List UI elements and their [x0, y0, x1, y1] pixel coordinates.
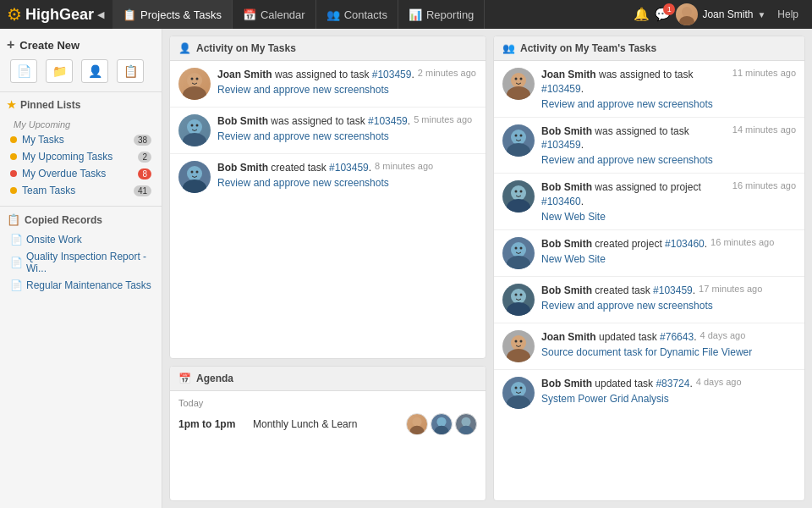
copied-item-maintenance[interactable]: 📄 Regular Maintenance Tasks [7, 277, 155, 294]
nav-projects-tasks[interactable]: 📋 Projects & Tasks [112, 0, 233, 29]
copied-item-onsite[interactable]: 📄 Onsite Work [7, 231, 155, 248]
activity-time: 14 minutes ago [732, 124, 796, 135]
activity-subtext: New Web Site [541, 211, 796, 223]
activity-row: Joan Smith updated task #76643. 4 days a… [541, 330, 752, 345]
pinned-item-label: My Tasks [22, 134, 134, 146]
svg-point-8 [191, 124, 194, 127]
event-attendee-avatar [455, 413, 477, 435]
create-new-icons: 📄 📁 👤 📋 [7, 59, 155, 83]
svg-point-47 [520, 386, 523, 389]
nav-calendar-label: Calendar [261, 8, 305, 21]
sidebar-item-overdue-tasks[interactable]: My Overdue Tasks 8 [7, 165, 155, 182]
activity-task-link[interactable]: #103460 [541, 196, 581, 207]
logo-icon: ⚙ [7, 4, 22, 25]
svg-point-24 [511, 130, 526, 145]
svg-point-25 [507, 143, 530, 157]
activity-task-link[interactable]: #76643 [660, 331, 694, 343]
sidebar-item-team-tasks[interactable]: Team Tasks 41 [7, 182, 155, 199]
activity-task-link[interactable]: #103460 [665, 238, 705, 250]
activity-text: Bob Smith was assigned to task #103459. [217, 114, 410, 129]
activity-item: Bob Smith was assigned to task #103459. … [170, 108, 486, 154]
activity-row: Bob Smith updated task #83724. 4 days ag… [541, 377, 742, 391]
activity-meta: Bob Smith created task #103459. 17 minut… [541, 284, 762, 312]
create-folder-button[interactable]: 📁 [46, 59, 73, 83]
create-copy-button[interactable]: 📋 [117, 59, 144, 83]
activity-meta: Joan Smith was assigned to task #103459.… [217, 68, 476, 96]
reporting-icon: 📊 [409, 8, 422, 21]
activity-row: Joan Smith was assigned to task #103459.… [541, 68, 796, 97]
pinned-lists-label: Pinned Lists [20, 99, 80, 111]
activity-task-link[interactable]: #103459 [372, 69, 412, 80]
activity-time: 17 minutes ago [699, 284, 762, 294]
avatar [502, 180, 535, 213]
logo-area[interactable]: ⚙ HighGear ◀ [7, 4, 104, 25]
nav-reporting[interactable]: 📊 Reporting [398, 0, 485, 29]
svg-point-45 [507, 395, 530, 409]
person-icon: 👤 [178, 42, 191, 54]
create-document-button[interactable]: 📄 [10, 59, 37, 83]
contacts-icon: 👥 [326, 8, 340, 21]
chat-badge: 1 [663, 3, 675, 15]
activity-item: Bob Smith created task #103459. 8 minute… [170, 154, 486, 200]
sidebar-item-my-tasks[interactable]: My Tasks 38 [7, 131, 155, 148]
svg-point-44 [511, 382, 526, 397]
svg-point-43 [520, 340, 523, 342]
plus-icon: + [7, 37, 14, 52]
svg-point-42 [515, 340, 518, 342]
svg-point-35 [520, 246, 523, 249]
star-icon: ★ [7, 99, 16, 111]
create-person-button[interactable]: 👤 [81, 59, 108, 83]
activity-task-link[interactable]: #103459 [653, 284, 693, 296]
activity-task-link[interactable]: #103459 [329, 162, 369, 174]
help-button[interactable]: Help [771, 8, 805, 20]
copied-item-quality[interactable]: 📄 Quality Inspection Report - Wi... [7, 248, 155, 277]
activity-time: 4 days ago [696, 377, 742, 387]
create-new-header[interactable]: + Create New [7, 37, 155, 52]
avatar [178, 114, 211, 146]
svg-point-23 [520, 78, 523, 80]
svg-point-19 [459, 426, 474, 434]
agenda-icon: 📅 [178, 373, 191, 384]
svg-point-21 [507, 86, 530, 100]
sidebar-item-upcoming-tasks[interactable]: My Upcoming Tasks 2 [7, 148, 155, 165]
doc-icon: 📄 [10, 234, 23, 246]
activity-subtext: System Power Grid Analysis [541, 393, 742, 405]
svg-point-4 [191, 78, 194, 80]
svg-point-41 [507, 349, 530, 362]
activity-time: 5 minutes ago [414, 114, 472, 124]
user-name: Joan Smith [702, 8, 753, 20]
copied-records-section: 📋 Copied Records 📄 Onsite Work 📄 Quality… [0, 207, 162, 301]
pinned-item-count: 41 [134, 185, 151, 196]
activity-person: Bob Smith [541, 284, 592, 296]
activity-task-link[interactable]: #83724 [656, 378, 689, 389]
svg-point-26 [515, 134, 518, 136]
agenda-body: Today 1pm to 1pm Monthly Lunch & Learn [170, 391, 486, 442]
activity-subtext: Review and approve new screenshots [217, 84, 476, 96]
svg-point-33 [507, 256, 530, 269]
my-tasks-panel-header: 👤 Activity on My Tasks [170, 36, 486, 61]
pinned-item-label: My Upcoming Tasks [22, 151, 138, 163]
activity-task-link[interactable]: #103459 [541, 83, 581, 95]
copied-records-header: 📋 Copied Records [7, 213, 155, 226]
chat-button[interactable]: 💬 1 [655, 7, 671, 22]
activity-task-link[interactable]: #103459 [541, 139, 581, 151]
activity-task-link[interactable]: #103459 [368, 115, 408, 127]
user-menu[interactable]: Joan Smith ▼ [676, 3, 765, 25]
agenda-header-label: Agenda [196, 373, 233, 384]
pinned-lists-section: ★ Pinned Lists My Upcoming My Tasks 38 M… [0, 92, 162, 207]
svg-point-16 [436, 417, 446, 427]
pinned-lists-header: ★ Pinned Lists [7, 99, 155, 111]
activity-person: Bob Smith [541, 181, 592, 193]
nav-contacts[interactable]: 👥 Contacts [316, 0, 398, 29]
activity-subtext: Review and approve new screenshots [541, 98, 796, 110]
event-attendee-avatar [431, 413, 453, 435]
my-upcoming-label: My Upcoming [7, 116, 155, 131]
sidebar: + Create New 📄 📁 👤 📋 ★ Pinned Lists My U… [0, 29, 162, 508]
svg-point-39 [520, 293, 523, 295]
copied-item-label: Onsite Work [26, 234, 82, 246]
svg-point-18 [461, 417, 470, 427]
activity-text: Bob Smith was assigned to task #103459. [541, 124, 729, 153]
notification-bell[interactable]: 🔔 [634, 7, 650, 22]
nav-calendar[interactable]: 📅 Calendar [233, 0, 316, 29]
svg-point-28 [511, 185, 526, 201]
